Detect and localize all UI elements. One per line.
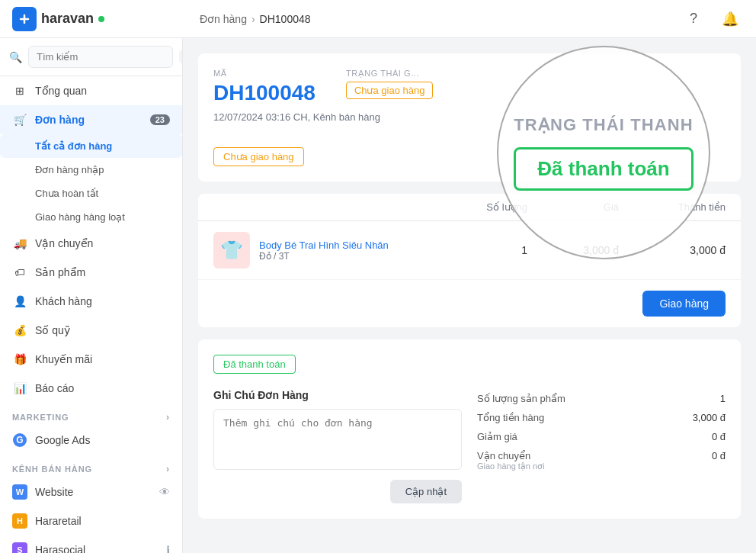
sidebar-item-website[interactable]: W Website 👁 [0,477,182,506]
status-section: TRẠNG THÁI G... Chưa giao hàng [346,69,434,99]
trang-thai-label: TRẠNG THÁI G... [346,69,434,79]
gift-icon: 🎁 [12,352,27,367]
sidebar-item-label: Website [35,486,73,498]
paid-badge: Đã thanh toán [213,355,296,374]
kenh-ban-hang-section-label: KÊNH BÁN HÀNG › [0,455,182,477]
logo: haravan [12,7,187,31]
delivery-badge: Chưa giao hàng [213,147,304,166]
person-icon: 👤 [12,294,27,309]
order-datetime: 12/07/2024 03:16 CH, Kênh bán hàng [213,111,726,123]
sidebar-item-hararetail[interactable]: H Hararetail [0,506,182,535]
sidebar-item-harasocial[interactable]: S Harasocial ℹ [0,535,182,553]
sidebar-item-label: Khách hàng [35,295,92,307]
order-header: MÃ DH100048 TRẠNG THÁI G... Chưa giao hà… [198,53,741,182]
sidebar-item-bao-cao[interactable]: 📊 Báo cáo [0,374,182,403]
col-quantity: Số lượng [436,201,527,213]
search-input[interactable] [28,46,173,68]
order-id: DH100048 [213,81,316,105]
order-id-section: MÃ DH100048 [213,69,316,105]
sidebar-item-chua-hoan-tat[interactable]: Chưa hoàn tất [0,182,182,205]
sidebar-item-label: Hararetail [35,515,82,527]
product-variant: Đỏ / 3T [259,251,389,262]
summary-row-qty: Số lượng sản phẩm 1 [477,389,726,408]
marketing-arrow-icon: › [166,412,170,423]
update-button[interactable]: Cập nhật [390,480,462,503]
breadcrumb-separator: › [251,13,255,25]
col-total: Thành tiền [619,201,726,213]
payment-two-col: Ghi Chú Đơn Hàng Cập nhật Số lượng sản p… [213,389,726,503]
notes-label: Ghi Chú Đơn Hàng [213,389,462,401]
summary-row-subtotal: Tổng tiền hàng 3,000 đ [477,408,726,427]
breadcrumb-parent[interactable]: Đơn hàng [200,13,247,25]
sidebar-item-label: Số quỹ [35,324,70,336]
sidebar-item-so-quy[interactable]: 💰 Số quỹ [0,316,182,345]
don-hang-badge: 23 [150,114,170,125]
sidebar-item-label: Khuyến mãi [35,353,92,365]
product-price: 3,000 đ [527,244,619,256]
sidebar-item-giao-hang-hang-loat[interactable]: Giao hàng hàng loạt [0,205,182,229]
sidebar-item-label: Vận chuyển [35,237,93,249]
product-quantity: 1 [436,244,527,256]
sidebar-item-tat-ca-don-hang[interactable]: Tất cả đơn hàng [0,134,182,158]
sidebar-item-label: Harasocial [35,544,85,553]
truck-icon: 🚚 [12,236,27,251]
logo-text: haravan [41,11,94,27]
google-icon: G [12,432,27,448]
product-info: 👕 Body Bé Trai Hình Siêu Nhân Đỏ / 3T [213,232,436,268]
sidebar-item-khach-hang[interactable]: 👤 Khách hàng [0,287,182,316]
notes-section: Ghi Chú Đơn Hàng Cập nhật [213,389,462,503]
eye-icon: 👁 [159,486,170,498]
breadcrumb: Đơn hàng › DH100048 [200,13,668,25]
product-total: 3,000 đ [619,244,726,256]
sidebar-item-khuyen-mai[interactable]: 🎁 Khuyến mãi [0,345,182,374]
ma-label: MÃ [213,69,316,78]
giao-hang-button[interactable]: Giao hàng [642,291,726,317]
harasocial-icon: S [12,542,27,553]
topbar-actions: ? 🔔 [680,5,744,33]
grid-icon: ⊞ [12,83,27,98]
main-content: TRẠNG THÁI THANH Đã thanh toán MÃ DH1000… [183,38,756,553]
summary-label: Giảm giá [477,431,517,442]
hararetail-icon: H [12,513,27,529]
summary-row-shipping: Vận chuyển Giao hàng tận nơi 0 đ [477,446,726,475]
topbar: haravan Đơn hàng › DH100048 ? 🔔 [0,0,756,38]
summary-label: Vận chuyển Giao hàng tận nơi [477,450,545,471]
table-header: Số lượng Giá Thành tiền [198,194,741,221]
sidebar-item-label: Sản phẩm [35,266,85,278]
sidebar-item-van-chuyen[interactable]: 🚚 Vận chuyển [0,229,182,258]
help-button[interactable]: ? [680,5,707,33]
search-icon: 🔍 [9,51,22,63]
tag-icon: 🏷 [12,265,27,280]
order-summary: Số lượng sản phẩm 1 Tổng tiền hàng 3,000… [477,389,726,503]
col-price: Giá [527,201,619,213]
marketing-section-label: MARKETING › [0,403,182,426]
product-name[interactable]: Body Bé Trai Hình Siêu Nhân [259,240,389,251]
col-product [213,201,436,213]
sidebar-item-label: Đơn hàng [35,114,85,126]
notes-textarea[interactable] [213,409,462,470]
search-box: 🔍 ⌘K [0,38,182,76]
chart-icon: 📊 [12,381,27,396]
sidebar-item-label: Báo cáo [35,382,74,394]
notifications-button[interactable]: 🔔 [716,5,744,33]
kenh-arrow-icon: › [166,464,170,474]
coin-icon: 💰 [12,323,27,338]
delivery-status-badge: Chưa giao hàng [346,82,434,99]
layout: 🔍 ⌘K ⊞ Tổng quan 🛒 Đơn hàng 23 Tất cả đơ… [0,38,756,553]
logo-dot [98,16,104,22]
product-thumbnail: 👕 [213,232,250,268]
sidebar-item-label: Tổng quan [35,85,87,97]
summary-row-discount: Giảm giá 0 đ [477,427,726,446]
product-details: Body Bé Trai Hình Siêu Nhân Đỏ / 3T [259,240,389,262]
summary-value: 0 đ [712,431,726,442]
sidebar-item-tong-quan[interactable]: ⊞ Tổng quan [0,76,182,105]
table-row: 👕 Body Bé Trai Hình Siêu Nhân Đỏ / 3T 1 … [198,221,741,280]
sub-nav-don-hang: Tất cả đơn hàng Đơn hàng nhập Chưa hoàn … [0,134,182,229]
order-meta: MÃ DH100048 TRẠNG THÁI G... Chưa giao hà… [213,69,726,105]
sidebar-item-don-hang-nhap[interactable]: Đơn hàng nhập [0,158,182,182]
sidebar-item-google-ads[interactable]: G Google Ads [0,426,182,455]
sidebar-item-don-hang[interactable]: 🛒 Đơn hàng 23 [0,105,182,134]
summary-label: Tổng tiền hàng [477,412,544,423]
summary-value: 3,000 đ [693,412,726,423]
sidebar-item-san-pham[interactable]: 🏷 Sản phẩm [0,258,182,287]
